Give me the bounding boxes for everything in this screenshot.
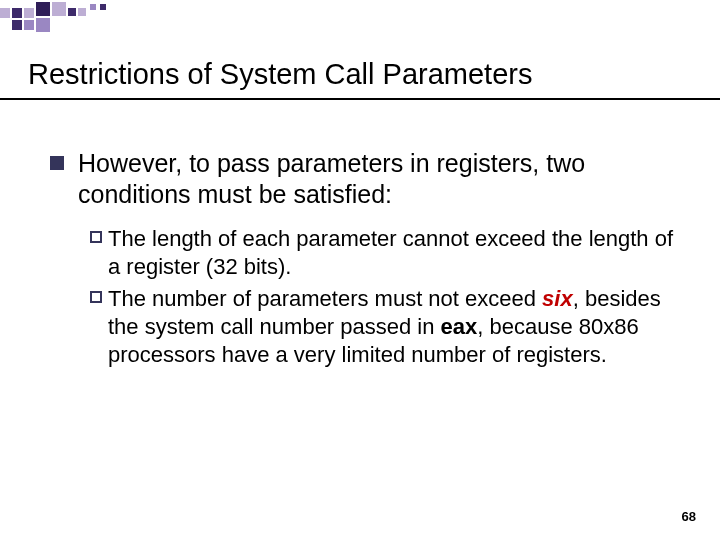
sub-point-1: The length of each parameter cannot exce… bbox=[108, 225, 680, 281]
decor-square bbox=[100, 4, 106, 10]
bullet-level2: The length of each parameter cannot exce… bbox=[90, 225, 680, 281]
corner-decor bbox=[0, 0, 160, 30]
bullet-level2: The number of parameters must not exceed… bbox=[90, 285, 680, 369]
slide-body: However, to pass parameters in registers… bbox=[50, 148, 680, 373]
square-bullet-icon bbox=[50, 156, 64, 170]
hollow-square-bullet-icon bbox=[90, 231, 102, 243]
hollow-square-bullet-icon bbox=[90, 291, 102, 303]
decor-square bbox=[36, 18, 50, 32]
register-eax: eax bbox=[441, 314, 478, 339]
intro-text: However, to pass parameters in registers… bbox=[78, 148, 680, 211]
decor-square bbox=[78, 8, 86, 16]
emphasis-six: six bbox=[542, 286, 573, 311]
decor-square bbox=[68, 8, 76, 16]
decor-square bbox=[90, 4, 96, 10]
sub-point-2: The number of parameters must not exceed… bbox=[108, 285, 680, 369]
slide-title: Restrictions of System Call Parameters bbox=[28, 58, 532, 91]
bullet-level1: However, to pass parameters in registers… bbox=[50, 148, 680, 211]
decor-square bbox=[52, 2, 66, 16]
decor-square bbox=[36, 2, 50, 16]
text-fragment: The number of parameters must not exceed bbox=[108, 286, 542, 311]
decor-square bbox=[12, 8, 22, 18]
decor-square bbox=[24, 20, 34, 30]
page-number: 68 bbox=[682, 509, 696, 524]
decor-square bbox=[24, 8, 34, 18]
decor-square bbox=[12, 20, 22, 30]
title-underline bbox=[0, 98, 720, 100]
decor-square bbox=[0, 8, 10, 18]
